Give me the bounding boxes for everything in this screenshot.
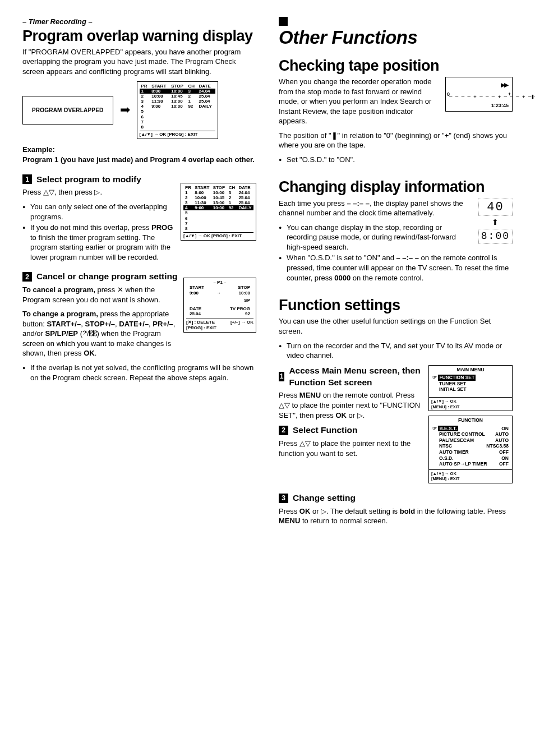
step-number-icon: 2 — [22, 272, 32, 282]
fn-step1-title: Access Main Menu screen, then Function S… — [289, 365, 422, 389]
menu-illustrations: MAIN MENU ☞ FUNCTION SETTUNER SETINITIAL… — [428, 365, 513, 488]
main-menu-box: MAIN MENU ☞ FUNCTION SETTUNER SETINITIAL… — [428, 365, 513, 411]
step1-bullet2: If you do not mind this overlap, press P… — [22, 223, 175, 262]
tape-bullet: Set "O.S.D." to "ON". — [279, 155, 513, 165]
step1-title: Select program to modify — [36, 174, 141, 186]
osd-program-edit: – P1 – STARTSTOP 9:00→10:00 SP DATETV PR… — [183, 278, 256, 333]
osd2-footer: [▲/▼] → OK [PROG] : EXIT — [183, 232, 253, 238]
disp-bullet2: When "O.S.D." is set to "ON" and – –:– –… — [279, 253, 513, 283]
step1-press: Press △▽, then press ▷. — [22, 187, 175, 197]
step2-bullet: If the overlap is not yet solved, the co… — [22, 363, 256, 382]
tape-position-indicator: ▶▶ 0 + – – – – + – – – + – – – + –❚– – –… — [445, 77, 513, 112]
heading-display: Changing display information — [279, 179, 513, 195]
overlapped-label: PROGRAM OVERLAPPED — [22, 96, 113, 125]
osd1-footer: [▲/▼] → OK [PROG] : EXIT — [140, 131, 215, 137]
section-marker-icon — [279, 17, 288, 26]
segment-channel: 40 — [478, 199, 513, 216]
fn-p1: You can use the other useful function se… — [279, 316, 513, 336]
heading-function: Function settings — [279, 297, 513, 313]
step-number-icon: 1 — [22, 174, 32, 184]
example-block: Example: Program 1 (you have just made) … — [22, 145, 256, 164]
breadcrumb: – Timer Recording – — [22, 17, 256, 27]
fast-forward-icon: ▶▶ — [501, 81, 508, 89]
osd1-table: PRSTARTSTOPCHDATE18:0010:00324.04210:001… — [140, 84, 215, 130]
fn-step3-title: Change setting — [293, 492, 356, 504]
overlap-illustration: PROGRAM OVERLAPPED ➡ PRSTARTSTOPCHDATE18… — [22, 81, 256, 140]
arrow-right-icon: ➡ — [120, 104, 130, 116]
tape-p2: The position of "❚" in relation to "0" (… — [279, 131, 513, 150]
step2-cancel: To cancel a program, press ✕ when the Pr… — [22, 285, 178, 305]
step1-bullet1: You can only select one of the overlappi… — [22, 202, 175, 222]
step2: 2 Cancel or change program setting To ca… — [22, 266, 256, 363]
example-heading: Example: — [22, 145, 55, 154]
section-title: Other Functions — [279, 28, 513, 48]
fn-step2-title: Select Function — [293, 425, 357, 436]
tape-scale: – – – – + – – – + – – – + –❚– – – — [449, 93, 509, 100]
step-number-icon: 2 — [279, 426, 288, 435]
page-title-left: Program overlap warning display — [22, 28, 256, 44]
example-text: Program 1 (you have just made) and Progr… — [22, 155, 255, 164]
function-menu-box: FUNCTION ☞ B.E.S.T.ONPICTURE CONTROLAUTO… — [428, 416, 513, 483]
step2-change: To change a program, press the appropria… — [22, 309, 178, 358]
osd-program-list-2: PRSTARTSTOPCHDATE18:0010:00324.04210:001… — [181, 183, 256, 241]
disp-p1: Each time you press – –:– –, the display… — [279, 199, 513, 218]
step-number-icon: 3 — [279, 494, 288, 503]
step2-title: Cancel or change program setting — [36, 271, 178, 283]
tape-time: 1:23:45 — [491, 102, 509, 109]
heading-tape: Checking tape position — [279, 58, 513, 73]
right-column: Other Functions Checking tape position ▶… — [279, 17, 513, 531]
step1: 1 Select program to modify Press △▽, the… — [22, 169, 256, 267]
osd-program-list-1: PRSTARTSTOPCHDATE18:0010:00324.04210:001… — [137, 81, 218, 140]
left-column: – Timer Recording – Program overlap warn… — [22, 17, 256, 531]
step-number-icon: 1 — [279, 372, 284, 381]
fn-bullet1: Turn on the recorder and the TV, and set… — [279, 341, 513, 361]
osd2-table: PRSTARTSTOPCHDATE18:0010:00324.04210:001… — [183, 185, 253, 232]
intro-text: If "PROGRAM OVERLAPPED" appears, you hav… — [22, 47, 256, 77]
fn-step3-body: Press OK or ▷. The default setting is bo… — [279, 506, 513, 526]
disp-bullet1: You can change display in the stop, reco… — [279, 223, 513, 252]
